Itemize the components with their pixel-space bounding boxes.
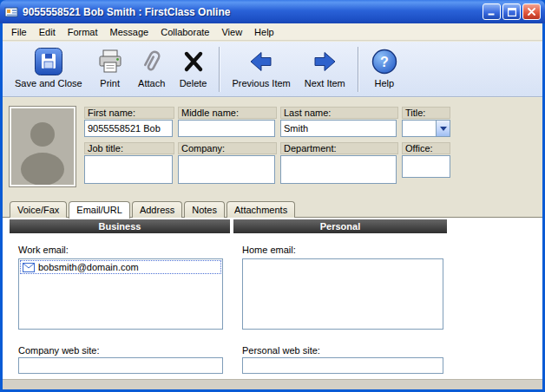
- title-label: Title:: [402, 107, 450, 119]
- office-input[interactable]: [402, 155, 450, 178]
- minimize-button[interactable]: [483, 3, 501, 20]
- client-area: File Edit Format Message Collaborate Vie…: [3, 23, 542, 389]
- work-email-list-item[interactable]: bobsmith@domain.com: [20, 260, 221, 274]
- tab-email-url[interactable]: Email/URL: [69, 201, 130, 219]
- window-icon: [4, 5, 18, 19]
- home-email-label: Home email:: [242, 245, 296, 255]
- svg-text:?: ?: [380, 55, 389, 69]
- menu-collaborate[interactable]: Collaborate: [154, 24, 215, 40]
- toolbar-button-label: Help: [374, 78, 394, 88]
- title-combobox[interactable]: [402, 120, 450, 137]
- menu-message[interactable]: Message: [104, 24, 155, 40]
- work-email-label: Work email:: [18, 245, 69, 255]
- personal-web-site-label: Personal web site:: [242, 345, 320, 356]
- close-button[interactable]: [522, 3, 541, 20]
- toolbar-next-item-button[interactable]: Next Item: [298, 44, 352, 93]
- menu-help[interactable]: Help: [248, 24, 280, 40]
- company-web-site-label: Company web site:: [18, 345, 100, 356]
- company-input[interactable]: [178, 155, 275, 184]
- last-name-input[interactable]: [280, 120, 397, 137]
- job-title-label: Job title:: [84, 142, 174, 154]
- toolbar-separator: [219, 47, 220, 92]
- menu-view[interactable]: View: [215, 24, 248, 40]
- contact-photo-placeholder[interactable]: [10, 107, 76, 186]
- toolbar-help-button[interactable]: ? Help: [364, 44, 405, 93]
- toolbar-attach-button[interactable]: Attach: [131, 44, 173, 93]
- middle-name-label: Middle name:: [178, 107, 277, 119]
- paperclip-icon: [138, 46, 166, 77]
- first-name-input[interactable]: [84, 120, 173, 137]
- menubar: File Edit Format Message Collaborate Vie…: [3, 23, 542, 41]
- personal-section-header: Personal: [233, 219, 447, 233]
- personal-web-site-input[interactable]: [242, 357, 443, 374]
- titlebar[interactable]: 9055558521 Bob Smith : FirstClass Online: [0, 0, 545, 23]
- window-bottom-edge: [3, 379, 542, 389]
- arrow-left-icon: [247, 46, 275, 77]
- email-icon: [23, 263, 35, 272]
- save-and-close-icon: [34, 46, 63, 77]
- toolbar-button-label: Previous Item: [232, 78, 290, 88]
- first-name-label: First name:: [84, 107, 174, 119]
- company-label: Company:: [178, 142, 277, 154]
- office-label: Office:: [402, 142, 450, 154]
- toolbar-save-and-close-button[interactable]: Save and Close: [8, 44, 89, 93]
- window-title: 9055558521 Bob Smith : FirstClass Online: [23, 6, 483, 18]
- toolbar: Save and Close Print: [3, 42, 542, 97]
- tabbar: Voice/Fax Email/URL Address Notes Attach…: [3, 199, 542, 218]
- contact-header-panel: First name: Middle name: Last name: Titl…: [3, 98, 542, 199]
- toolbar-button-label: Save and Close: [15, 78, 82, 88]
- delete-x-icon: [181, 46, 207, 77]
- department-input[interactable]: [280, 155, 397, 184]
- toolbar-button-label: Delete: [180, 78, 207, 88]
- department-label: Department:: [280, 142, 398, 154]
- menu-format[interactable]: Format: [62, 24, 104, 40]
- work-email-listbox[interactable]: bobsmith@domain.com: [18, 258, 223, 330]
- toolbar-previous-item-button[interactable]: Previous Item: [225, 44, 297, 93]
- toolbar-separator: [358, 47, 358, 92]
- work-email-address: bobsmith@domain.com: [38, 262, 139, 272]
- toolbar-button-label: Attach: [138, 78, 165, 88]
- menu-file[interactable]: File: [5, 24, 33, 40]
- middle-name-input[interactable]: [178, 120, 275, 137]
- home-email-listbox[interactable]: [242, 258, 443, 330]
- company-web-site-input[interactable]: [18, 357, 223, 374]
- menu-edit[interactable]: Edit: [33, 24, 62, 40]
- tab-notes[interactable]: Notes: [184, 201, 225, 218]
- tab-voice-fax[interactable]: Voice/Fax: [10, 201, 67, 218]
- maximize-button[interactable]: [502, 3, 521, 20]
- arrow-right-icon: [311, 46, 338, 77]
- tab-address[interactable]: Address: [132, 201, 182, 218]
- toolbar-button-label: Print: [100, 78, 120, 88]
- chevron-down-icon[interactable]: [436, 121, 450, 136]
- email-url-tab-content: Business Personal Work email: bobsmith@d…: [3, 218, 542, 379]
- help-icon: ?: [371, 46, 398, 77]
- last-name-label: Last name:: [280, 107, 398, 119]
- job-title-input[interactable]: [84, 155, 173, 184]
- printer-icon: [96, 46, 124, 77]
- title-combo-input[interactable]: [403, 121, 436, 136]
- business-section-header: Business: [10, 219, 230, 233]
- toolbar-delete-button[interactable]: Delete: [173, 44, 214, 93]
- app-window: 9055558521 Bob Smith : FirstClass Online…: [0, 0, 545, 392]
- tab-attachments[interactable]: Attachments: [227, 201, 295, 218]
- toolbar-print-button[interactable]: Print: [89, 44, 131, 93]
- toolbar-button-label: Next Item: [305, 78, 345, 88]
